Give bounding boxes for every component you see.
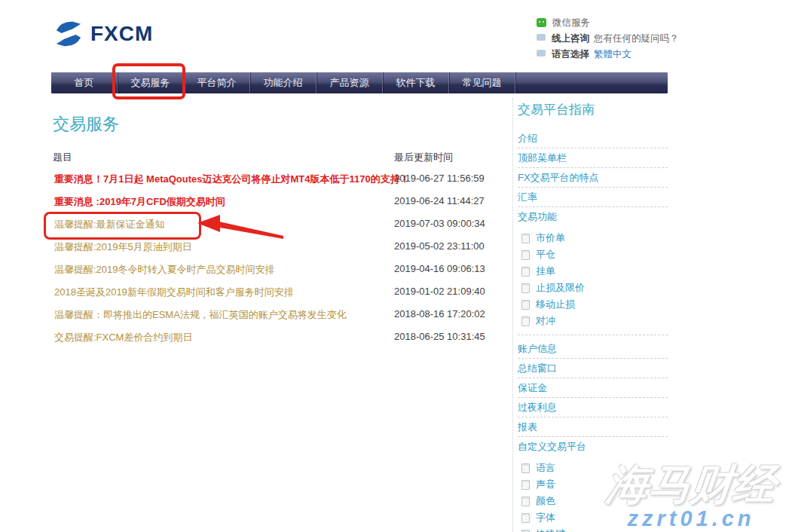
fxcm-logo-text: FXCM [90,22,153,46]
announcement-link[interactable]: 重要消息 :2019年7月CFD假期交易时间 [54,195,225,209]
sidebar-item[interactable]: FX交易平台的特点 [518,168,668,188]
announcement-link[interactable]: 温馨提醒:2019年5月原油到期日 [54,240,192,254]
online-chat-label: 线上咨询 [552,33,589,44]
nav-item-产品资源[interactable]: 产品资源 [316,72,383,93]
sidebar-subitem[interactable]: 字体 [521,509,668,526]
sidebar-subitem[interactable]: 市价单 [521,230,668,246]
sidebar-subitem[interactable]: 对冲 [518,313,668,335]
sidebar-item-label: 账户信息 [518,343,557,354]
online-chat-text: 线上咨询您有任何的疑问吗？ [552,32,679,45]
sidebar-item-label: 自定义交易平台 [518,441,586,452]
sidebar-title: 交易平台指南 [518,101,668,118]
announcement-link[interactable]: 重要消息！7月1日起 MetaQoutes迈达克公司将停止对MT4版本低于117… [54,173,410,186]
sidebar-item-label: 字体 [536,511,555,524]
nav-item-常见问题[interactable]: 常见问题 [449,72,515,93]
sidebar-item-label: FX交易平台的特点 [518,172,599,183]
table-row: 温馨提醒：即将推出的ESMA法规，福汇英国的账户交易将发生变化2018-08-1… [53,303,505,326]
sidebar-subitem[interactable]: 颜色 [521,493,668,509]
nav-item-功能介绍[interactable]: 功能介绍 [250,72,316,93]
sidebar-item-label: 声音 [536,478,555,491]
announcement-date: 2018-06-25 10:31:45 [394,331,485,342]
document-icon [521,316,530,326]
traditional-chinese-link[interactable]: 繁體中文 [594,49,631,60]
sidebar-item-label: 过夜利息 [518,402,557,413]
sidebar: 交易平台指南 介绍顶部菜单栏FX交易平台的特点汇率交易功能市价单平仓挂单止损及限… [512,98,668,532]
fxcm-logo[interactable]: FXCM [51,20,153,48]
sidebar-item[interactable]: 账户信息 [518,339,668,359]
announcement-link[interactable]: 2018圣诞及2019新年假期交易时间和客户服务时间安排 [54,286,294,299]
table-row: 重要消息！7月1日起 MetaQoutes迈达克公司将停止对MT4版本低于117… [53,167,505,190]
table-header: 题目 最后更新时间 [53,151,505,164]
sidebar-item[interactable]: 交易功能 [518,207,668,226]
nav-item-平台简介[interactable]: 平台简介 [184,72,250,93]
sidebar-item-label: 平仓 [536,248,555,261]
language-select-text: 语言选择繁體中文 [552,48,631,61]
wechat-service-link[interactable]: 微信服务 [537,17,680,29]
sidebar-item-label: 挂单 [536,264,555,278]
sidebar-item-label: 汇率 [518,191,537,203]
sidebar-subitem[interactable]: 声音 [521,476,668,493]
sidebar-item-label: 顶部菜单栏 [518,152,567,164]
main-nav: 首页交易服务平台简介功能介绍产品资源软件下载常见问题 [51,72,668,93]
document-icon [521,513,530,523]
document-icon [521,234,530,243]
sidebar-item[interactable]: 保证金 [518,378,668,398]
announcement-date: 2018-08-16 17:20:02 [394,308,485,320]
table-row: 2018圣诞及2019新年假期交易时间和客户服务时间安排2019-01-02 2… [53,280,505,303]
wechat-service-label: 微信服务 [552,17,590,29]
language-select-label: 语言选择 [552,49,589,60]
nav-item-首页[interactable]: 首页 [51,72,118,93]
sidebar-item-label: 报表 [518,421,537,433]
sidebar-subitem[interactable]: 语言 [521,460,668,476]
sidebar-item[interactable]: 汇率 [518,188,668,207]
sidebar-item[interactable]: 顶部菜单栏 [518,148,668,168]
sidebar-item-label: 保证金 [518,382,547,393]
document-icon [521,300,530,310]
sidebar-item[interactable]: 过夜利息 [518,398,668,417]
sidebar-subitem[interactable]: 快捷键 [518,526,668,532]
document-icon [521,463,530,473]
document-icon [521,497,530,506]
announcement-link[interactable]: 温馨提醒:2019冬令时转入夏令时产品交易时间安排 [54,263,275,277]
announcement-rows: 重要消息！7月1日起 MetaQoutes迈达克公司将停止对MT4版本低于117… [53,167,505,348]
announcement-link[interactable]: 温馨提醒:最新保证金通知 [54,218,165,231]
page-title: 交易服务 [53,113,119,136]
sidebar-subitem[interactable]: 止损及限价 [521,280,668,296]
sidebar-item-label: 颜色 [536,494,555,508]
sidebar-item-label: 快捷键 [536,527,565,532]
document-icon [521,283,530,293]
online-chat-question: 您有任何的疑问吗？ [594,33,679,44]
announcement-date: 2019-06-27 11:56:59 [394,173,485,184]
chat-bubble-icon [537,34,546,41]
document-icon [521,480,530,490]
nav-item-交易服务[interactable]: 交易服务 [118,72,184,93]
sidebar-item-label: 语言 [536,461,555,475]
sidebar-item-label: 市价单 [536,231,565,245]
announcement-date: 2019-01-02 21:09:40 [394,286,485,297]
sidebar-item-label: 交易功能 [518,211,557,222]
online-chat-link[interactable]: 线上咨询您有任何的疑问吗？ [537,32,680,45]
fxcm-logo-icon [51,20,86,48]
announcement-date: 2019-07-03 09:00:34 [394,218,485,229]
chat-bubble-icon [537,50,546,57]
sidebar-item-label: 总结窗口 [518,362,557,374]
column-header-date: 最后更新时间 [394,151,453,164]
sidebar-subitem[interactable]: 移动止损 [521,296,668,313]
wechat-icon [537,18,546,27]
sidebar-item-label: 止损及限价 [536,281,585,295]
sidebar-item[interactable]: 自定义交易平台 [518,437,668,456]
sidebar-subitem[interactable]: 挂单 [521,263,668,280]
nav-item-软件下载[interactable]: 软件下载 [383,72,449,93]
sidebar-item[interactable]: 报表 [518,417,668,437]
announcement-date: 2019-05-02 23:11:00 [394,240,485,252]
sidebar-item[interactable]: 总结窗口 [518,359,668,378]
announcement-date: 2019-06-24 11:44:27 [394,195,485,206]
announcement-link[interactable]: 温馨提醒：即将推出的ESMA法规，福汇英国的账户交易将发生变化 [54,308,347,322]
announcement-link[interactable]: 交易提醒:FXCM差价合约到期日 [54,331,192,344]
table-row: 重要消息 :2019年7月CFD假期交易时间2019-06-24 11:44:2… [53,190,505,212]
announcement-date: 2019-04-16 09:06:13 [394,263,485,274]
table-row: 温馨提醒:最新保证金通知2019-07-03 09:00:34 [53,212,505,235]
document-icon [521,530,530,532]
sidebar-subitem[interactable]: 平仓 [521,246,668,263]
sidebar-item[interactable]: 介绍 [518,129,668,148]
